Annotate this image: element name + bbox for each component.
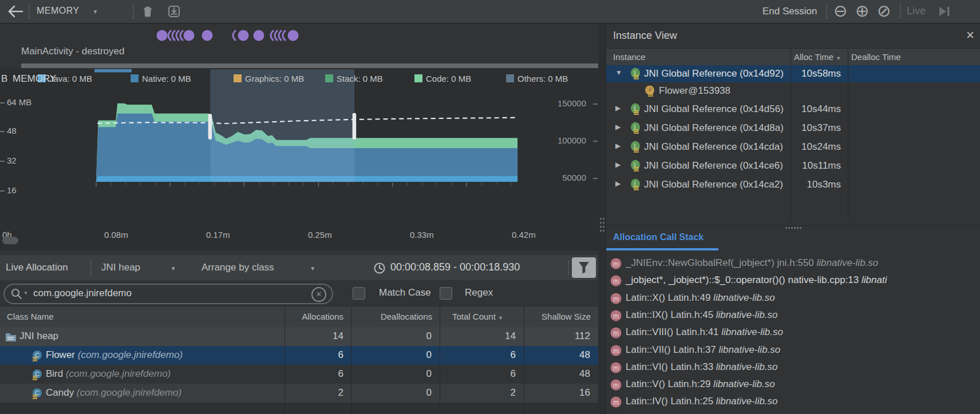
selection-handle-left[interactable] <box>208 114 212 140</box>
column-header-label: Total Count <box>452 312 496 321</box>
call-stack-frame[interactable]: mLatin::IV() Latin.h:25 libnative-lib.so <box>606 393 980 411</box>
memory-chart[interactable] <box>0 69 598 254</box>
expander-closed-icon[interactable]: ▶ <box>615 161 621 169</box>
instance-label: JNI Global Reference (0x14ce6) <box>644 160 783 172</box>
instance-row[interactable]: ▶IJNI Global Reference (0x14d8a)10s37ms <box>606 118 980 137</box>
table-row[interactable]: CCandy (com.google.jnirefdemo)20216 <box>0 384 598 403</box>
table-row[interactable]: JNI heap14014112 <box>0 327 598 346</box>
svg-text:m: m <box>613 277 619 285</box>
class-icon: C <box>31 387 44 400</box>
selected-time-range: 00:00:08.859 - 00:00:18.930 <box>390 261 520 273</box>
column-header-shallow-size[interactable]: Shallow Size <box>522 312 591 321</box>
svg-text:m: m <box>613 260 619 268</box>
instance-row[interactable]: ▶IJNI Global Reference (0x14ca2)10s3ms <box>606 175 980 194</box>
expander-closed-icon[interactable]: ▶ <box>615 180 621 188</box>
heap-select[interactable]: JNI heap ▼ <box>101 262 176 273</box>
selection-overlay[interactable] <box>210 69 354 182</box>
column-header-allocations[interactable]: Allocations <box>275 312 343 321</box>
timeline-scrollbar-thumb[interactable] <box>2 237 18 244</box>
frame-location: Latin::IV() Latin.h:25 <box>626 396 713 407</box>
call-stack-frame[interactable]: mLatin::V() Latin.h:29 libnative-lib.so <box>606 376 980 393</box>
back-icon[interactable] <box>7 5 24 18</box>
instance-row[interactable]: fFlower@153938 <box>606 82 980 99</box>
column-header-label: Alloc Time <box>794 52 833 62</box>
column-header-alloc-time[interactable]: Alloc Time ▼ <box>794 52 841 62</box>
expander-open-icon[interactable]: ▼ <box>615 69 622 77</box>
column-header-class-name[interactable]: Class Name <box>7 312 54 321</box>
instance-row[interactable]: ▶IJNI Global Reference (0x14d56)10s44ms <box>606 99 980 118</box>
toolbar-separator <box>826 5 827 18</box>
touch-event-icon <box>202 30 213 41</box>
chevron-down-icon: ▼ <box>310 265 315 272</box>
alloc-time-cell: 10s3ms <box>795 179 841 190</box>
horizontal-splitter[interactable] <box>606 221 980 227</box>
horizontal-splitter[interactable] <box>0 250 598 255</box>
arrange-select[interactable]: Arrange by class ▼ <box>201 262 315 273</box>
trash-icon[interactable] <box>141 5 155 18</box>
expander-closed-icon[interactable]: ▶ <box>615 123 621 131</box>
legend-swatch-1 <box>131 74 139 82</box>
touch-ripple-icon <box>168 30 171 41</box>
call-stack-frame[interactable]: mLatin::VIII() Latin.h:41 libnative-lib.… <box>606 324 980 341</box>
frame-text: Latin::IV() Latin.h:25 libnative-lib.so <box>626 396 778 407</box>
export-heap-dump-icon[interactable] <box>167 5 181 18</box>
class-icon: C <box>31 368 44 381</box>
session-selector[interactable]: MEMORY ▼ <box>37 6 98 16</box>
touch-ripple-icon <box>275 30 278 41</box>
legend-label-4: Code: 0 MB <box>426 74 471 83</box>
reset-zoom-icon[interactable]: ⊘ <box>877 1 891 21</box>
legend-swatch-3 <box>325 74 333 82</box>
selection-handle-right[interactable] <box>353 113 357 140</box>
expander-closed-icon[interactable]: ▶ <box>615 142 621 150</box>
left-axis-tick-label: 48 <box>7 126 17 136</box>
tab-allocation-call-stack[interactable]: Allocation Call Stack <box>613 232 704 242</box>
match-case-checkbox[interactable] <box>353 287 365 300</box>
call-stack-frame[interactable]: m_jobject*, _jobject*)::$_0::operator()(… <box>606 272 980 289</box>
live-button[interactable]: Live <box>907 5 926 17</box>
call-stack-frame[interactable]: mLatin::X() Latin.h:49 libnative-lib.so <box>606 290 980 307</box>
method-icon: m <box>610 327 622 339</box>
frame-text: Latin::VI() Latin.h:33 libnative-lib.so <box>626 361 778 373</box>
call-stack-frame[interactable]: m_JNIEnv::NewGlobalRef(_jobject*) jni.h:… <box>606 255 980 272</box>
total-cell: 14 <box>440 331 516 342</box>
left-axis-tick-mark <box>0 131 5 132</box>
end-session-button[interactable]: End Session <box>762 6 817 17</box>
method-icon: m <box>610 396 622 408</box>
jni-global-reference-icon: I <box>629 103 642 116</box>
expander-closed-icon[interactable]: ▶ <box>615 104 621 112</box>
method-icon: m <box>610 344 622 357</box>
zoom-in-icon[interactable]: ⊕ <box>855 1 869 21</box>
class-icon: C <box>31 349 44 362</box>
column-header-deallocations[interactable]: Deallocations <box>352 312 432 321</box>
column-header-instance[interactable]: Instance <box>613 52 646 62</box>
instance-row[interactable]: ▶IJNI Global Reference (0x14ce6)10s11ms <box>606 156 980 175</box>
skip-to-end-icon[interactable] <box>938 6 951 17</box>
sort-desc-icon: ▼ <box>498 315 503 321</box>
table-row[interactable]: CFlower (com.google.jnirefdemo)60648 <box>0 346 598 365</box>
close-icon[interactable]: ✕ <box>966 29 975 42</box>
vertical-splitter[interactable] <box>598 24 606 414</box>
column-header-total-count[interactable]: Total Count ▼ <box>452 312 503 321</box>
dealloc-cell: 0 <box>351 368 432 380</box>
instance-row[interactable]: ▼IJNI Global Reference (0x14d92)10s58ms <box>606 65 980 82</box>
legend-swatch-5 <box>506 74 514 82</box>
instance-row[interactable]: ▶IJNI Global Reference (0x14cda)10s24ms <box>606 137 980 156</box>
table-row[interactable]: CBird (com.google.jnirefdemo)60648 <box>0 365 598 384</box>
zoom-out-icon[interactable]: ⊖ <box>833 1 847 21</box>
call-stack-frame[interactable]: mLatin::VI() Latin.h:33 libnative-lib.so <box>606 359 980 376</box>
clear-search-icon[interactable]: ✕ <box>311 287 326 302</box>
search-input[interactable] <box>32 286 303 301</box>
match-case-label: Match Case <box>379 287 431 298</box>
search-box[interactable]: ▼ ✕ <box>3 284 333 304</box>
frame-text: _JNIEnv::NewGlobalRef(_jobject*) jni.h:5… <box>626 257 878 269</box>
search-options-chevron-icon[interactable]: ▼ <box>23 290 28 296</box>
touch-event-icon <box>184 30 195 41</box>
class-name-cell: Candy (com.google.jnirefdemo) <box>46 387 181 399</box>
call-stack-frame[interactable]: mLatin::VII() Latin.h:37 libnative-lib.s… <box>606 342 980 359</box>
column-header-dealloc-time[interactable]: Dealloc Time <box>851 52 901 62</box>
filter-button[interactable] <box>572 257 596 278</box>
instance-table-header: Instance Alloc Time ▼ Dealloc Time <box>606 48 980 66</box>
regex-checkbox[interactable] <box>440 287 452 300</box>
legend-label-1: Native: 0 MB <box>142 74 191 83</box>
call-stack-frame[interactable]: mLatin::IX() Latin.h:45 libnative-lib.so <box>606 307 980 324</box>
